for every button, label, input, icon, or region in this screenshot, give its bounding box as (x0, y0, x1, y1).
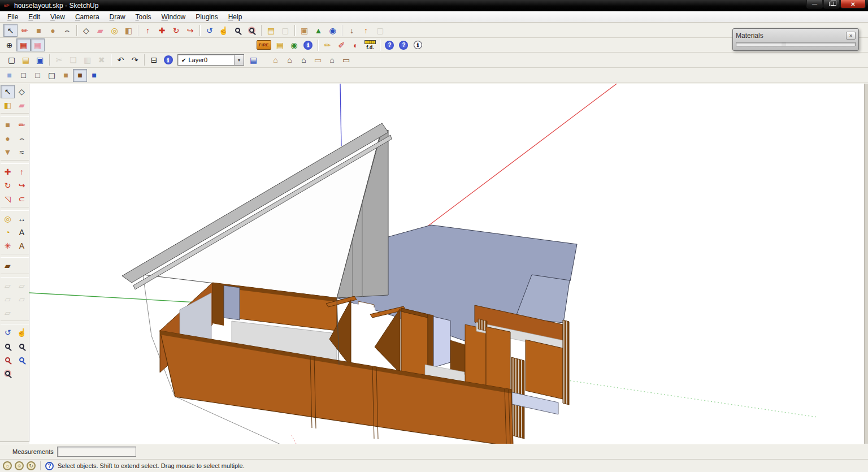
layer-dropdown-arrow-icon[interactable]: ▼ (234, 55, 244, 65)
print-button[interactable]: ⊟ (147, 54, 161, 67)
section-display-button[interactable]: ▦ (31, 38, 45, 51)
lts-eraser-tool[interactable]: ▰ (15, 98, 29, 112)
orbit-tool[interactable]: ↺ (202, 24, 216, 37)
share-models-button[interactable]: ↑ (359, 24, 373, 37)
geo-location-status-icon[interactable]: ☼ (3, 461, 12, 470)
menu-draw[interactable]: Draw (105, 12, 131, 22)
lts-tape-measure-tool[interactable]: ◎ (1, 212, 15, 226)
help-button[interactable]: ? (383, 38, 397, 51)
menu-file[interactable]: File (2, 12, 23, 22)
lts-rotate-tool[interactable]: ↻ (1, 179, 15, 192)
menu-camera[interactable]: Camera (70, 12, 105, 22)
style-xray-button[interactable]: ■ (2, 69, 16, 82)
get-models-button[interactable]: ↓ (345, 24, 359, 37)
menu-view[interactable]: View (45, 12, 70, 22)
circle-tool[interactable]: ● (46, 24, 60, 37)
line-tool[interactable]: ✏ (18, 24, 32, 37)
menu-window[interactable]: Window (157, 12, 191, 22)
view-back-button[interactable]: ⌂ (325, 54, 339, 67)
zoom-tool[interactable] (231, 24, 245, 37)
lts-text-tool[interactable]: A (15, 226, 29, 239)
undo-button[interactable]: ↶ (114, 54, 128, 67)
lts-rectangle-tool[interactable]: ■ (1, 118, 15, 132)
materials-close-icon[interactable]: ✕ (846, 32, 856, 40)
materials-panel-header[interactable]: Materials ✕ (736, 29, 856, 42)
style-pencil-button[interactable]: ✏ (320, 38, 335, 51)
view-front-button[interactable]: ⌂ (297, 54, 311, 67)
lts-follow-me-tool[interactable]: ↪ (15, 179, 29, 192)
push-pull-tool[interactable]: ↑ (141, 24, 155, 37)
new-button[interactable]: ▢ (5, 54, 19, 67)
style-wireframe-button[interactable]: □ (31, 69, 45, 82)
follow-me-tool[interactable]: ↪ (183, 24, 197, 37)
export-model-button[interactable]: ▤ (264, 24, 278, 37)
lts-circle-tool[interactable]: ● (1, 132, 15, 145)
lts-scale-tool[interactable]: ◹ (1, 192, 15, 206)
lts-select-tool[interactable]: ↖ (1, 85, 15, 98)
pan-tool[interactable]: ☝ (216, 24, 231, 37)
rectangle-tool[interactable]: ■ (32, 24, 46, 37)
style-shaded-button[interactable]: ■ (59, 69, 73, 82)
style-back-edges-button[interactable]: □ (16, 69, 31, 82)
move-tool[interactable]: ✚ (155, 24, 169, 37)
viewport-canvas[interactable] (29, 84, 864, 444)
make-component-tool[interactable]: ◇ (79, 24, 93, 37)
about-button[interactable]: ℹ (411, 38, 425, 51)
fire-plugin-button[interactable]: FIRE (255, 38, 273, 51)
lts-protractor-tool[interactable]: ◔ (1, 226, 15, 239)
lts-zoom-previous-button[interactable] (1, 353, 15, 366)
save-button[interactable]: ▣ (33, 54, 47, 67)
menu-plugins[interactable]: Plugins (190, 12, 223, 22)
lts-paint-bucket-tool[interactable]: ◧ (1, 98, 15, 112)
instructor-button[interactable]: ℹ (301, 38, 315, 51)
photo-textures-button[interactable]: ▣ (297, 24, 311, 37)
lts-freehand-tool[interactable]: ≈ (15, 145, 29, 159)
lts-arc-tool[interactable]: ⌢ (15, 132, 29, 145)
model-info-button[interactable]: ℹ (161, 54, 175, 67)
toggle-terrain-button[interactable]: ▲ (311, 24, 326, 37)
open-button[interactable]: ▤ (19, 54, 33, 67)
lts-3d-text-tool[interactable]: A (15, 239, 29, 253)
contrast-style-button[interactable]: ◐ (349, 38, 363, 51)
restore-button[interactable] (823, 0, 840, 8)
layer-dropdown[interactable]: ✔ Layer0 ▼ (177, 54, 244, 66)
layer-manager-button[interactable]: ▤ (246, 54, 261, 67)
lts-make-component-tool[interactable]: ◇ (15, 85, 29, 98)
materials-collapsed-track[interactable] (736, 42, 856, 46)
menu-edit[interactable]: Edit (23, 12, 45, 22)
tape-measure-tool[interactable]: ◎ (107, 24, 121, 37)
lts-move-tool[interactable]: ✚ (1, 165, 15, 179)
eraser-tool[interactable]: ▰ (93, 24, 107, 37)
rotate-tool[interactable]: ↻ (169, 24, 183, 37)
measurements-input[interactable] (57, 447, 136, 457)
style-monochrome-button[interactable]: ■ (87, 69, 101, 82)
lts-zoom-tool[interactable] (1, 339, 15, 353)
lts-orbit-tool[interactable]: ↺ (1, 326, 15, 339)
minimize-button[interactable]: — (806, 0, 823, 8)
redo-button[interactable]: ↷ (128, 54, 142, 67)
google-earth-button[interactable]: ◉ (326, 24, 340, 37)
lts-dimension-tool[interactable]: ↔ (15, 212, 29, 226)
style-hidden-line-button[interactable]: ▢ (45, 69, 59, 82)
lts-pan-tool[interactable]: ☝ (15, 326, 29, 339)
view-top-button[interactable]: ▭ (311, 54, 325, 67)
help-camera-button[interactable]: ? (397, 38, 411, 51)
credits-status-icon[interactable]: ☺ (15, 461, 24, 470)
lts-zoom-window-tool[interactable] (15, 339, 29, 353)
lts-zoom-next-button[interactable] (15, 353, 29, 366)
lts-zoom-extents-button[interactable] (1, 366, 15, 380)
view-right-button[interactable]: ▭ (339, 54, 353, 67)
menu-tools[interactable]: Tools (131, 12, 157, 22)
components-folder-button[interactable]: ▤ (273, 38, 287, 51)
fredo-dimension-button[interactable]: f.d. (363, 38, 377, 51)
style-textured-button[interactable]: ■ (73, 69, 87, 82)
status-help-icon[interactable]: ? (45, 462, 54, 470)
lts-section-plane-tool[interactable]: ▰ (1, 259, 15, 272)
globe-button[interactable]: ◉ (287, 38, 301, 51)
compass-plugin-button[interactable]: ⊕ (2, 38, 16, 51)
zoom-extents-tool[interactable] (245, 24, 259, 37)
section-plane-button[interactable]: ▦ (16, 38, 31, 51)
close-button[interactable]: ✕ (840, 0, 866, 8)
menu-help[interactable]: Help (223, 12, 248, 22)
view-left-button[interactable]: ⌂ (283, 54, 297, 67)
